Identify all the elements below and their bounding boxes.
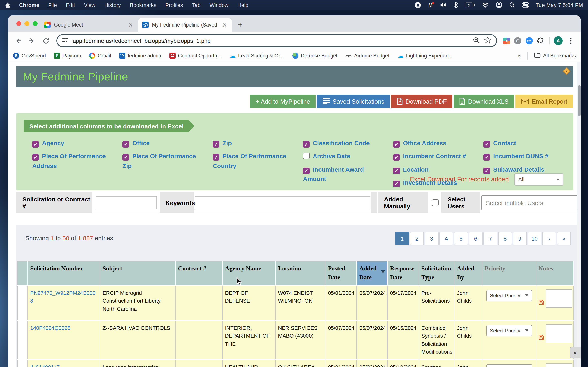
col-solicitation-type[interactable]: Solicitation Type: [419, 261, 454, 285]
checkbox-checked-icon[interactable]: ✓: [393, 154, 400, 161]
extensions-puzzle-icon[interactable]: [536, 36, 545, 45]
scrollbar-thumb[interactable]: [578, 85, 580, 116]
select-users-input[interactable]: [481, 195, 579, 210]
checkbox-checked-icon[interactable]: ✓: [303, 167, 310, 174]
menu-item-tab[interactable]: Tab: [192, 2, 201, 8]
download-pdf-button[interactable]: Download PDF: [391, 95, 452, 108]
bookmark-lightning-experience[interactable]: ☁Lightning Experien...: [398, 53, 453, 59]
close-tab-icon[interactable]: ✕: [127, 22, 134, 28]
page-button-1[interactable]: 1: [395, 232, 409, 245]
col-contract[interactable]: Contract #: [175, 261, 222, 285]
bookmark-fedmine-admin[interactable]: fedmine admin: [119, 53, 161, 59]
checkbox-subaward-details[interactable]: ✓Subaward Details: [484, 165, 565, 174]
solicitation-link[interactable]: 140P4324Q0025: [30, 325, 70, 331]
col-subject[interactable]: Subject: [100, 261, 175, 285]
solicitation-link[interactable]: IHS1490147: [30, 364, 60, 367]
checkbox-checked-icon[interactable]: ✓: [303, 141, 310, 148]
col-agency-name[interactable]: Agency Name: [222, 261, 276, 285]
checkbox-contact[interactable]: ✓Contact: [484, 138, 565, 148]
tab-fedmine-pipeline[interactable]: My Fedmine Pipeline (Saved F ✕: [138, 18, 232, 32]
checkbox-checked-icon[interactable]: ✓: [122, 141, 129, 148]
checkbox-checked-icon[interactable]: ✓: [484, 167, 490, 174]
checkbox-checked-icon[interactable]: ✓: [393, 181, 400, 187]
col-solicitation-number[interactable]: Solicitation Number: [27, 261, 100, 285]
reload-icon[interactable]: [40, 35, 52, 47]
email-report-button[interactable]: Email Report: [516, 95, 573, 108]
col-added-by[interactable]: Added By: [454, 261, 482, 285]
solicitation-link[interactable]: PN97470_W912PM24B0008: [30, 290, 95, 304]
menu-item-help[interactable]: Help: [237, 2, 249, 8]
bluetooth-icon[interactable]: [453, 2, 458, 8]
bookmarks-overflow-icon[interactable]: »: [518, 52, 521, 59]
priority-select[interactable]: Select Priority: [486, 325, 532, 336]
new-tab-button[interactable]: +: [234, 19, 246, 31]
page-button-9[interactable]: 9: [513, 232, 527, 245]
back-icon[interactable]: [12, 35, 24, 47]
url-text[interactable]: app.fedmine.us/fedconnect_bizopps/mybizo…: [73, 38, 469, 44]
checkbox-pop-address[interactable]: ✓Place Of Performance Address: [32, 151, 114, 170]
checkbox-office-address[interactable]: ✓Office Address: [393, 138, 475, 148]
save-note-icon[interactable]: [539, 299, 544, 307]
bookmark-govspend[interactable]: SGovSpend: [13, 53, 46, 59]
grammarly-extension-icon[interactable]: G: [513, 36, 522, 45]
menu-item-profiles[interactable]: Profiles: [165, 2, 183, 8]
menu-item-file[interactable]: File: [48, 2, 57, 8]
last-page-button[interactable]: »: [557, 232, 571, 245]
col-added-date[interactable]: Added Date: [357, 261, 387, 285]
checkbox-pop-zip[interactable]: ✓Place Of Performance Zip: [122, 151, 204, 170]
screen-recording-icon[interactable]: [415, 1, 421, 8]
note-input[interactable]: [545, 363, 572, 367]
forward-icon[interactable]: [26, 35, 38, 47]
menu-item-chrome[interactable]: Chrome: [19, 2, 39, 8]
zoom-page-icon[interactable]: [473, 36, 480, 45]
checkbox-checked-icon[interactable]: ✓: [393, 167, 400, 174]
site-settings-icon[interactable]: [62, 37, 69, 45]
checkbox-checked-icon[interactable]: ✓: [484, 141, 490, 148]
apple-menu-icon[interactable]: [5, 2, 10, 8]
menu-item-view[interactable]: View: [84, 2, 95, 8]
minimize-window-button[interactable]: [25, 21, 29, 26]
control-center-icon[interactable]: [522, 2, 528, 8]
next-page-button[interactable]: ›: [542, 232, 556, 245]
volume-icon[interactable]: [440, 2, 447, 8]
close-window-button[interactable]: [16, 21, 21, 26]
scroll-to-top-button[interactable]: «: [570, 347, 581, 359]
add-to-mypipeline-button[interactable]: + Add to MyPipeline: [250, 95, 316, 108]
solicitation-filter-input[interactable]: [96, 196, 157, 209]
download-xls-button[interactable]: Download XLS: [454, 95, 514, 108]
save-note-icon[interactable]: [539, 334, 544, 342]
checkbox-agency[interactable]: ✓Agency: [32, 138, 114, 148]
saved-solicitations-button[interactable]: Saved Solicitations: [317, 95, 390, 108]
menu-bar-clock[interactable]: Tue May 7 5:04 PM: [536, 2, 583, 8]
page-button-2[interactable]: 2: [410, 232, 424, 245]
menu-item-history[interactable]: History: [104, 2, 121, 8]
menu-item-window[interactable]: Window: [210, 2, 229, 8]
battery-icon[interactable]: [465, 2, 475, 7]
priority-select[interactable]: Select Priority: [486, 364, 532, 367]
checkbox-zip[interactable]: ✓Zip: [213, 138, 294, 148]
keywords-filter-input[interactable]: [195, 196, 371, 209]
checkbox-checked-icon[interactable]: ✓: [32, 154, 39, 161]
col-response-date[interactable]: Response Date: [387, 261, 419, 285]
tag-edit-icon[interactable]: [563, 67, 571, 75]
hubspot-extension-icon[interactable]: [502, 36, 511, 45]
address-bar[interactable]: app.fedmine.us/fedconnect_bizopps/mybizo…: [56, 34, 497, 47]
checkbox-checked-icon[interactable]: ✓: [484, 154, 490, 161]
menu-item-bookmarks[interactable]: Bookmarks: [130, 2, 156, 8]
browser-menu-icon[interactable]: [565, 35, 577, 47]
checkbox-classification-code[interactable]: ✓Classification Code: [303, 138, 379, 148]
page-button-10[interactable]: 10: [527, 232, 541, 245]
checkbox-checked-icon[interactable]: ✓: [213, 141, 219, 148]
bookmark-gmail[interactable]: Gmail: [89, 53, 111, 59]
bookmark-airforce-budget[interactable]: Airforce Budget: [346, 53, 389, 59]
tab-google-meet[interactable]: Google Meet ✕: [40, 18, 138, 32]
col-location[interactable]: Location: [276, 261, 325, 285]
page-button-8[interactable]: 8: [498, 232, 512, 245]
all-bookmarks-button[interactable]: All Bookmarks: [534, 52, 576, 59]
checkbox-checked-icon[interactable]: ✓: [32, 141, 39, 148]
zoom-window-button[interactable]: [33, 21, 38, 26]
records-added-select[interactable]: All: [515, 173, 563, 185]
added-manually-checkbox[interactable]: [432, 200, 438, 206]
col-posted-date[interactable]: Posted Date: [325, 261, 357, 285]
page-button-5[interactable]: 5: [454, 232, 468, 245]
